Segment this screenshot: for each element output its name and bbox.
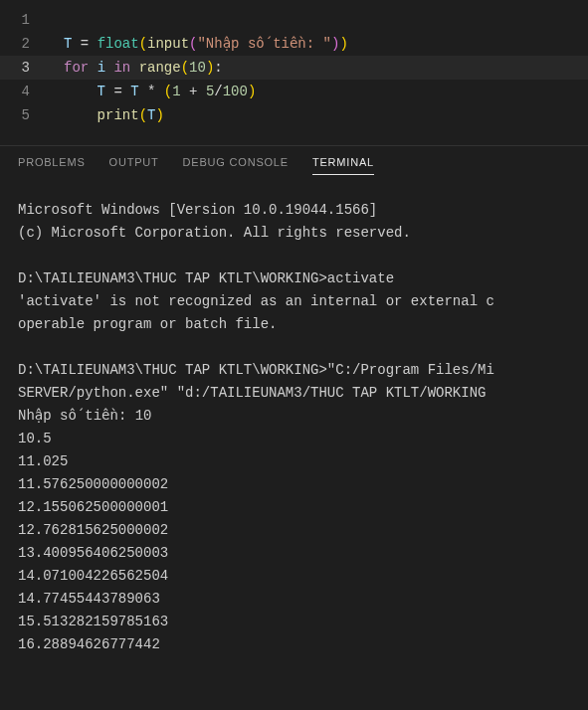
- code-line[interactable]: 3for i in range(10):: [0, 56, 588, 80]
- line-number: 3: [0, 56, 50, 80]
- terminal-line: D:\TAILIEUNAM3\THUC TAP KTLT\WORKING>"C:…: [18, 359, 570, 382]
- code-content[interactable]: [50, 8, 588, 32]
- tab-output[interactable]: OUTPUT: [109, 156, 159, 175]
- tab-problems[interactable]: PROBLEMS: [18, 156, 86, 175]
- code-content[interactable]: T = T * (1 + 5/100): [50, 80, 588, 103]
- tab-debug-console[interactable]: DEBUG CONSOLE: [183, 156, 289, 175]
- terminal-line: Microsoft Windows [Version 10.0.19044.15…: [18, 199, 570, 222]
- code-line[interactable]: 2T = float(input("Nhập số tiền: ")): [0, 32, 588, 56]
- bottom-panel: PROBLEMSOUTPUTDEBUG CONSOLETERMINAL Micr…: [0, 145, 588, 656]
- terminal-line: 16.28894626777442: [18, 633, 570, 656]
- code-editor[interactable]: 12T = float(input("Nhập số tiền: "))3for…: [0, 0, 588, 127]
- code-line[interactable]: 1: [0, 8, 588, 32]
- code-line[interactable]: 4 T = T * (1 + 5/100): [0, 80, 588, 103]
- line-number: 4: [0, 80, 50, 103]
- terminal-line: 10.5: [18, 428, 570, 450]
- terminal-line: [18, 245, 570, 267]
- terminal-line: 13.400956406250003: [18, 542, 570, 565]
- terminal-line: SERVER/python.exe" "d:/TAILIEUNAM3/THUC …: [18, 382, 570, 405]
- line-number: 1: [0, 8, 50, 32]
- terminal-line: 11.025: [18, 450, 570, 473]
- terminal-line: 12.155062500000001: [18, 496, 570, 519]
- terminal-line: 12.762815625000002: [18, 519, 570, 542]
- tab-terminal[interactable]: TERMINAL: [312, 156, 374, 175]
- terminal-line: 14.77455443789063: [18, 588, 570, 611]
- code-content[interactable]: for i in range(10):: [50, 56, 588, 80]
- line-number: 2: [0, 32, 50, 56]
- terminal-line: 14.071004226562504: [18, 565, 570, 588]
- terminal-line: Nhập số tiền: 10: [18, 405, 570, 428]
- code-content[interactable]: T = float(input("Nhập số tiền: ")): [50, 32, 588, 56]
- terminal-line: (c) Microsoft Corporation. All rights re…: [18, 222, 570, 245]
- code-line[interactable]: 5 print(T): [0, 103, 588, 127]
- line-number: 5: [0, 103, 50, 127]
- panel-tabs: PROBLEMSOUTPUTDEBUG CONSOLETERMINAL: [0, 146, 588, 181]
- code-content[interactable]: print(T): [50, 103, 588, 127]
- terminal-line: 11.576250000000002: [18, 473, 570, 496]
- terminal-output[interactable]: Microsoft Windows [Version 10.0.19044.15…: [0, 181, 588, 656]
- terminal-line: [18, 336, 570, 359]
- terminal-line: 15.513282159785163: [18, 611, 570, 633]
- terminal-line: D:\TAILIEUNAM3\THUC TAP KTLT\WORKING>act…: [18, 267, 570, 290]
- terminal-line: operable program or batch file.: [18, 313, 570, 336]
- terminal-line: 'activate' is not recognized as an inter…: [18, 290, 570, 313]
